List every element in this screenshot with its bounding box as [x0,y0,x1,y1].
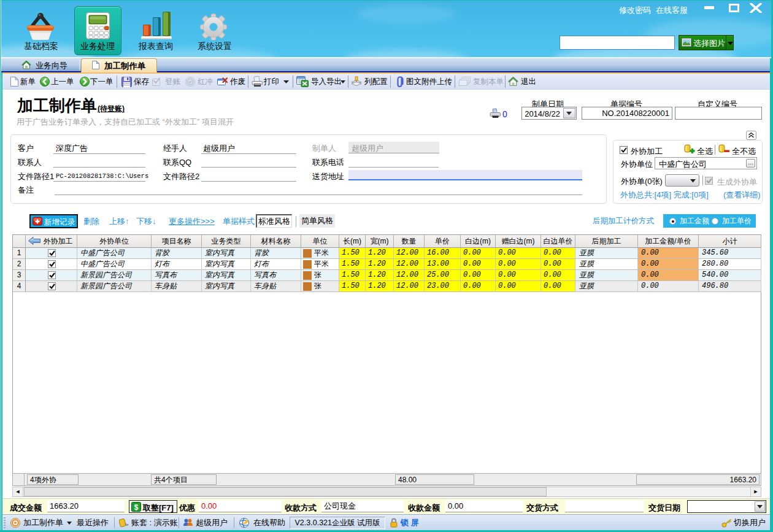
svg-text:$: $ [134,503,139,512]
